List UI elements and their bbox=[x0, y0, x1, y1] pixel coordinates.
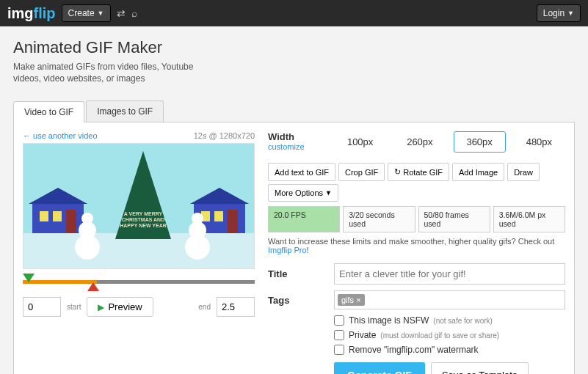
slider-start-handle[interactable] bbox=[23, 274, 35, 282]
caret-down-icon: ▼ bbox=[325, 189, 332, 197]
save-template-button[interactable]: Save as Template bbox=[431, 362, 529, 374]
page-title: Animated GIF Maker bbox=[13, 38, 575, 57]
create-button[interactable]: Create▼ bbox=[62, 4, 111, 22]
page-subtitle: Make animated GIFs from video files, You… bbox=[13, 62, 219, 84]
watermark-checkbox[interactable] bbox=[334, 345, 344, 355]
customize-link[interactable]: customize bbox=[268, 142, 327, 151]
editor-panel: ← use another video 12s @ 1280x720 A VER… bbox=[13, 122, 575, 374]
nsfw-label: This image is NSFW bbox=[349, 315, 429, 326]
tag-chip[interactable]: gifs× bbox=[338, 294, 365, 306]
remove-tag-icon[interactable]: × bbox=[356, 296, 360, 304]
tags-row: Tags gifs× bbox=[268, 290, 565, 309]
left-column: ← use another video 12s @ 1280x720 A VER… bbox=[23, 131, 255, 374]
stat-px: 3.6M/6.0M px used bbox=[493, 206, 565, 232]
shuffle-icon[interactable]: ⇄ bbox=[117, 7, 126, 19]
video-meta: 12s @ 1280x720 bbox=[194, 131, 255, 140]
tool-row: Add text to GIF Crop GIF ↻Rotate GIF Add… bbox=[268, 163, 565, 202]
tab-images-to-gif[interactable]: Images to GIF bbox=[86, 100, 164, 122]
add-image-button[interactable]: Add Image bbox=[452, 163, 504, 181]
width-option-100[interactable]: 100px bbox=[334, 131, 386, 153]
more-options-button[interactable]: More Options▼ bbox=[268, 184, 338, 202]
title-row: Title bbox=[268, 263, 565, 285]
width-option-360[interactable]: 360px bbox=[454, 131, 506, 153]
private-checkbox[interactable] bbox=[334, 330, 344, 340]
top-nav: imgflip Create▼ ⇄ ⌕ Login▼ bbox=[0, 0, 588, 26]
private-label: Private bbox=[349, 330, 376, 340]
caret-down-icon: ▼ bbox=[567, 10, 574, 17]
generate-row: Generate GIF Save as Template bbox=[334, 362, 565, 374]
end-label: end bbox=[198, 303, 211, 311]
generate-button[interactable]: Generate GIF bbox=[334, 362, 425, 374]
login-button[interactable]: Login▼ bbox=[537, 4, 581, 22]
brand-logo[interactable]: imgflip bbox=[7, 5, 56, 22]
private-row: Private (must download gif to save or sh… bbox=[334, 330, 565, 340]
width-label: Width bbox=[268, 131, 327, 142]
stat-seconds: 3/20 seconds used bbox=[343, 206, 415, 232]
width-row: Width customize 100px 260px 360px 480px bbox=[268, 131, 565, 153]
title-label: Title bbox=[268, 268, 327, 279]
page: Animated GIF Maker Make animated GIFs fr… bbox=[0, 26, 588, 374]
limits-hint: Want to increase these limits and make s… bbox=[268, 237, 565, 254]
stats-row: 20.0 FPS 3/20 seconds used 50/80 frames … bbox=[268, 206, 565, 232]
rotate-button[interactable]: ↻Rotate GIF bbox=[388, 163, 449, 181]
use-another-video-link[interactable]: ← use another video bbox=[23, 131, 98, 140]
tabs: Video to GIF Images to GIF bbox=[13, 100, 575, 122]
video-preview[interactable]: A VERY MERRY CHRISTMAS AND HAPPY NEW YEA… bbox=[23, 143, 255, 269]
rotate-icon: ↻ bbox=[394, 167, 401, 177]
draw-button[interactable]: Draw bbox=[507, 163, 540, 181]
stat-frames: 50/80 frames used bbox=[418, 206, 490, 232]
start-label: start bbox=[67, 303, 81, 311]
trim-slider[interactable] bbox=[23, 274, 255, 290]
slider-end-handle[interactable] bbox=[87, 282, 99, 291]
add-text-button[interactable]: Add text to GIF bbox=[268, 163, 335, 181]
time-controls: start ▶Preview end bbox=[23, 297, 255, 317]
watermark-label: Remove "imgflip.com" watermark bbox=[349, 345, 479, 355]
tags-input[interactable]: gifs× bbox=[334, 290, 565, 309]
caret-down-icon: ▼ bbox=[98, 10, 104, 17]
nav-left: imgflip Create▼ ⇄ ⌕ bbox=[7, 4, 137, 22]
width-option-480[interactable]: 480px bbox=[513, 131, 565, 153]
preview-button[interactable]: ▶Preview bbox=[87, 297, 153, 317]
end-input[interactable] bbox=[217, 297, 255, 317]
tab-video-to-gif[interactable]: Video to GIF bbox=[13, 101, 84, 122]
start-input[interactable] bbox=[23, 297, 61, 317]
pro-link[interactable]: Imgflip Pro bbox=[268, 246, 307, 254]
width-option-260[interactable]: 260px bbox=[393, 131, 446, 153]
title-input[interactable] bbox=[334, 263, 565, 285]
crop-button[interactable]: Crop GIF bbox=[338, 163, 385, 181]
private-paren: (must download gif to save or share) bbox=[380, 331, 499, 340]
search-icon[interactable]: ⌕ bbox=[131, 7, 137, 19]
tags-label: Tags bbox=[268, 295, 327, 306]
play-icon: ▶ bbox=[98, 302, 104, 312]
watermark-row: Remove "imgflip.com" watermark bbox=[334, 345, 565, 355]
stat-fps: 20.0 FPS bbox=[268, 206, 340, 232]
nsfw-paren: (not safe for work) bbox=[433, 317, 493, 325]
right-column: Width customize 100px 260px 360px 480px … bbox=[268, 131, 565, 374]
nsfw-row: This image is NSFW (not safe for work) bbox=[334, 315, 565, 326]
nsfw-checkbox[interactable] bbox=[334, 315, 344, 326]
